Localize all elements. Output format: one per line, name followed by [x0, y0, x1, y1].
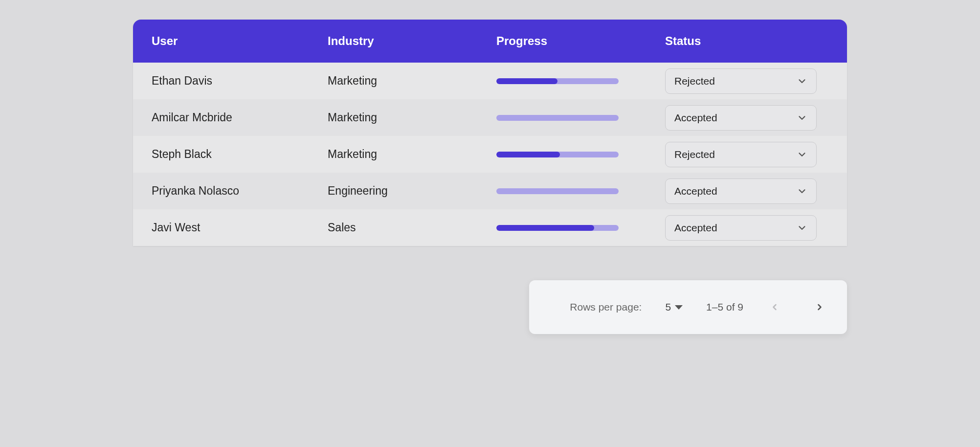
cell-status: Rejected — [665, 142, 828, 167]
cell-status: Accepted — [665, 179, 828, 204]
chevron-down-icon — [797, 223, 807, 233]
chevron-down-icon — [797, 186, 807, 197]
triangle-down-icon — [675, 305, 683, 310]
cell-industry: Engineering — [328, 184, 496, 198]
table-row: Priyanka NolascoEngineeringAccepted — [133, 173, 847, 209]
progress-fill — [496, 225, 594, 231]
cell-user: Priyanka Nolasco — [152, 184, 328, 198]
rows-per-page-select[interactable]: 5 — [665, 301, 683, 313]
table-row: Steph BlackMarketingRejected — [133, 136, 847, 173]
table-row: Javi WestSalesAccepted — [133, 209, 847, 246]
column-header-user: User — [152, 34, 328, 48]
cell-user: Steph Black — [152, 148, 328, 161]
progress-bar — [496, 115, 619, 121]
chevron-down-icon — [797, 112, 807, 123]
progress-bar — [496, 225, 619, 231]
cell-user: Amilcar Mcbride — [152, 111, 328, 124]
rows-per-page-value: 5 — [665, 301, 671, 313]
progress-fill — [496, 152, 560, 157]
status-value: Rejected — [674, 75, 715, 87]
status-value: Accepted — [674, 185, 717, 197]
cell-progress — [496, 188, 665, 194]
progress-bar — [496, 188, 619, 194]
chevron-left-icon — [770, 302, 780, 312]
cell-industry: Marketing — [328, 111, 496, 124]
cell-industry: Marketing — [328, 148, 496, 161]
cell-status: Accepted — [665, 105, 828, 131]
cell-progress — [496, 115, 665, 121]
table-header: User Industry Progress Status — [133, 20, 847, 63]
status-select[interactable]: Accepted — [665, 215, 817, 241]
table-row: Amilcar McbrideMarketingAccepted — [133, 99, 847, 136]
status-select[interactable]: Accepted — [665, 105, 817, 131]
status-select[interactable]: Rejected — [665, 142, 817, 167]
chevron-down-icon — [797, 149, 807, 160]
table-row: Ethan DavisMarketingRejected — [133, 63, 847, 99]
status-select[interactable]: Rejected — [665, 68, 817, 94]
progress-bar — [496, 152, 619, 157]
cell-progress — [496, 152, 665, 157]
progress-bar — [496, 78, 619, 84]
cell-industry: Sales — [328, 221, 496, 234]
status-select[interactable]: Accepted — [665, 179, 817, 204]
cell-progress — [496, 225, 665, 231]
chevron-right-icon — [815, 302, 824, 312]
cell-status: Accepted — [665, 215, 828, 241]
column-header-industry: Industry — [328, 34, 496, 48]
users-table: User Industry Progress Status Ethan Davi… — [133, 20, 847, 246]
cell-progress — [496, 78, 665, 84]
cell-status: Rejected — [665, 68, 828, 94]
column-header-progress: Progress — [496, 34, 665, 48]
chevron-down-icon — [797, 76, 807, 87]
cell-industry: Marketing — [328, 74, 496, 88]
cell-user: Ethan Davis — [152, 74, 328, 88]
column-header-status: Status — [665, 34, 828, 48]
status-value: Accepted — [674, 112, 717, 124]
page-range-text: 1–5 of 9 — [706, 301, 743, 313]
cell-user: Javi West — [152, 221, 328, 234]
prev-page-button[interactable] — [767, 299, 782, 315]
pagination-bar: Rows per page: 5 1–5 of 9 — [529, 280, 847, 334]
progress-fill — [496, 78, 557, 84]
rows-per-page-label: Rows per page: — [570, 301, 642, 313]
next-page-button[interactable] — [812, 299, 827, 315]
status-value: Accepted — [674, 222, 717, 234]
status-value: Rejected — [674, 149, 715, 160]
